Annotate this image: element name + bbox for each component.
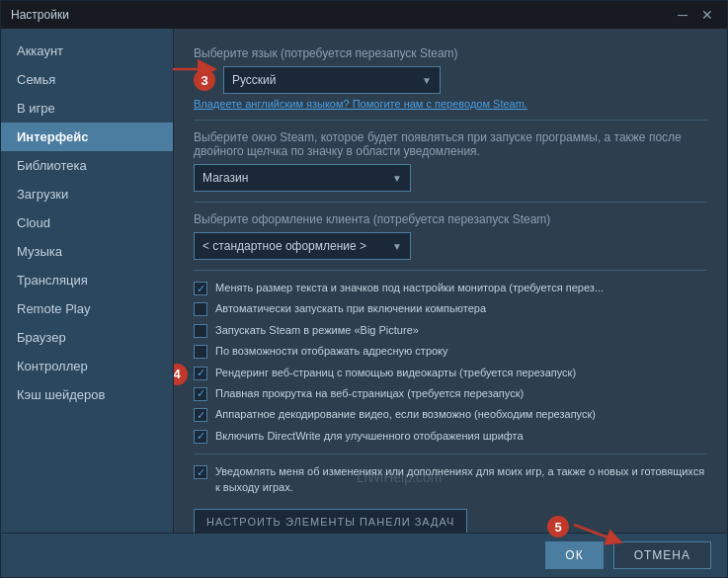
lang-dropdown-value: Русский (232, 73, 277, 87)
checkbox-label-7: Включить DirectWrite для улучшенного ото… (215, 429, 524, 444)
separator-3 (194, 270, 707, 271)
minimize-button[interactable]: ─ (674, 7, 691, 23)
checkbox-0[interactable] (194, 282, 207, 295)
checkbox-label-8: Уведомлять меня об изменениях или дополн… (215, 464, 707, 495)
taskbar-button[interactable]: НАСТРОИТЬ ЭЛЕМЕНТЫ ПАНЕЛИ ЗАДАЧ (194, 509, 467, 533)
window-dropdown-value: Магазин (202, 171, 248, 185)
checkbox-7[interactable] (194, 430, 207, 444)
checkbox-8[interactable] (194, 465, 207, 479)
window-title: Настройки (11, 8, 69, 22)
skin-label: Выберите оформление клиента (потребуется… (194, 212, 707, 226)
window-dropdown-row: Магазин ▼ (194, 164, 707, 192)
checkbox-row-3: По возможности отображать адресную строк… (194, 344, 707, 359)
lang-dropdown-arrow: ▼ (422, 75, 432, 86)
sidebar-item-controller[interactable]: Контроллер (1, 352, 173, 380)
skin-dropdown-value: < стандартное оформление > (202, 239, 366, 253)
lang-label: Выберите язык (потребуется перезапуск St… (194, 46, 707, 60)
close-button[interactable]: ✕ (697, 7, 717, 23)
skin-dropdown-arrow: ▼ (392, 241, 402, 252)
checkbox-row-7: Включить DirectWrite для улучшенного ото… (194, 429, 707, 444)
checkbox-row-0: Менять размер текста и значков под настр… (194, 281, 707, 295)
checkbox-6[interactable] (194, 408, 207, 422)
badge-3: 3 (194, 69, 215, 91)
sidebar-item-downloads[interactable]: Загрузки (1, 180, 173, 208)
checkbox-label-6: Аппаратное декодирование видео, если воз… (215, 407, 596, 422)
checkbox-label-3: По возможности отображать адресную строк… (215, 344, 448, 359)
badge-4: 4 (174, 364, 188, 385)
sidebar-item-cloud[interactable]: Cloud (1, 208, 173, 237)
sidebar-item-music[interactable]: Музыка (1, 237, 173, 266)
checkbox-row-4: 4 Рендеринг веб-страниц с помощью видеок… (194, 366, 707, 380)
window-label: Выберите окно Steam, которое будет появл… (194, 130, 707, 158)
checkbox-label-5: Плавная прокрутка на веб-страницах (треб… (215, 386, 524, 401)
checkbox-3[interactable] (194, 345, 207, 359)
sidebar-item-browser[interactable]: Браузер (1, 323, 173, 352)
sidebar-item-account[interactable]: Аккаунт (1, 37, 173, 65)
arrow-5-annotation (564, 520, 643, 549)
checkbox-row-2: Запускать Steam в режиме «Big Picture» (194, 323, 707, 338)
checkbox-label-1: Автоматически запускать при включении ко… (215, 301, 486, 316)
checkbox-row-1: Автоматически запускать при включении ко… (194, 301, 707, 316)
window-dropdown-arrow: ▼ (392, 173, 402, 184)
checkbox-row-5: Плавная прокрутка на веб-страницах (треб… (194, 386, 707, 401)
main-content: Аккаунт Семья В игре Интерфейс Библиотек… (1, 29, 727, 533)
settings-window: Настройки ─ ✕ Аккаунт Семья В игре Интер… (0, 0, 728, 578)
lang-help-link[interactable]: Владеете английским языком? Помогите нам… (194, 98, 707, 110)
checkboxes-section: Менять размер текста и значков под настр… (194, 281, 707, 495)
sidebar-item-ingame[interactable]: В игре (1, 94, 173, 123)
window-dropdown[interactable]: Магазин ▼ (194, 164, 411, 192)
lang-dropdown[interactable]: Русский ▼ (223, 66, 441, 94)
sidebar-item-interface[interactable]: Интерфейс (1, 123, 173, 151)
sidebar: Аккаунт Семья В игре Интерфейс Библиотек… (1, 29, 174, 533)
sidebar-item-family[interactable]: Семья (1, 65, 173, 94)
separator-4 (194, 454, 707, 454)
titlebar: Настройки ─ ✕ (1, 1, 727, 29)
skin-dropdown-row: < стандартное оформление > ▼ (194, 232, 707, 260)
separator-1 (194, 120, 707, 121)
bottom-bar: 5 ОК ОТМЕНА (1, 533, 727, 577)
svg-line-1 (574, 525, 618, 541)
checkbox-1[interactable] (194, 302, 207, 316)
checkbox-label-2: Запускать Steam в режиме «Big Picture» (215, 323, 419, 338)
checkbox-row-8: Уведомлять меня об изменениях или дополн… (194, 464, 707, 495)
settings-panel: Выберите язык (потребуется перезапуск St… (174, 29, 727, 533)
titlebar-controls: ─ ✕ (674, 7, 717, 23)
checkbox-5[interactable] (194, 387, 207, 401)
skin-dropdown[interactable]: < стандартное оформление > ▼ (194, 232, 411, 260)
checkbox-2[interactable] (194, 324, 207, 338)
sidebar-item-remoteplay[interactable]: Remote Play (1, 294, 173, 323)
checkbox-label-0: Менять размер текста и значков под настр… (215, 281, 604, 295)
sidebar-item-library[interactable]: Библиотека (1, 151, 173, 180)
checkbox-label-4: Рендеринг веб-страниц с помощью видеокар… (215, 366, 576, 380)
lang-dropdown-row: 3 Русский ▼ (194, 66, 707, 94)
separator-2 (194, 202, 707, 203)
checkbox-row-6: Аппаратное декодирование видео, если воз… (194, 407, 707, 422)
sidebar-item-shadercache[interactable]: Кэш шейдеров (1, 380, 173, 409)
checkbox-4[interactable] (194, 367, 207, 380)
sidebar-item-broadcast[interactable]: Трансляция (1, 266, 173, 294)
